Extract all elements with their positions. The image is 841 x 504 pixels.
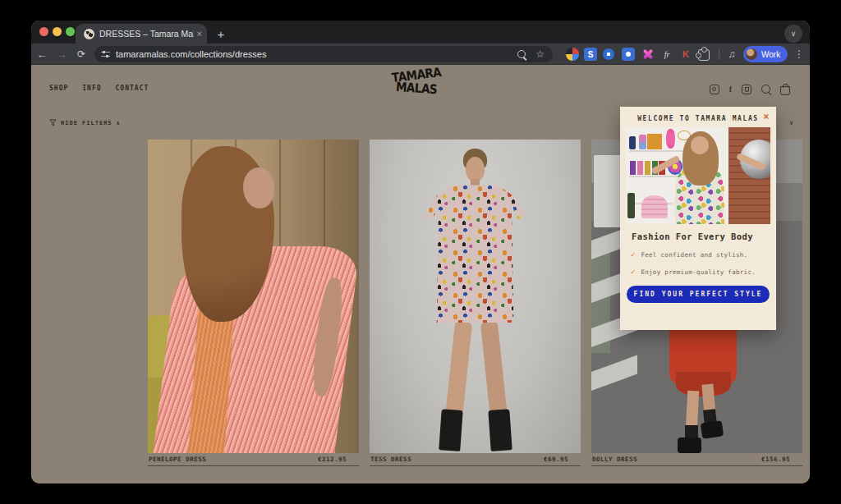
nav-info-link[interactable]: INFO: [82, 85, 101, 92]
benefit-item: ✓ Feel confident and stylish.: [631, 250, 776, 259]
back-button[interactable]: ←: [33, 44, 51, 65]
header-icons: f: [710, 83, 790, 95]
nav-shop-link[interactable]: SHOP: [49, 85, 68, 92]
product-name: DOLLY DRESS: [592, 456, 637, 463]
browser-toolbar: ← → ⟳ tamaramalas.com/collections/dresse…: [31, 44, 810, 65]
popup-photo: [626, 127, 770, 224]
tab-close-icon[interactable]: ×: [197, 30, 202, 39]
woman-face-shape: [691, 136, 709, 154]
popup-title: Fashion For Every Body: [632, 231, 776, 241]
popup-header-text: WELCOME TO TAMARA MALAS: [637, 115, 759, 122]
extension-blue-circle-icon[interactable]: [603, 48, 614, 60]
model-face-shape: [243, 167, 275, 208]
benefit-item: ✓ Enjoy premium-quality fabric.: [631, 268, 776, 276]
book-spine: [637, 161, 643, 175]
product-card-penelope[interactable]: PENELOPE DRESS €212.95: [148, 140, 359, 466]
product-caption: PENELOPE DRESS €212.95: [148, 456, 359, 466]
tab-strip: DRESSES – Tamara Malas × + ∨: [31, 21, 810, 44]
site-search-icon[interactable]: [761, 85, 770, 94]
welcome-popup: WELCOME TO TAMARA MALAS ×: [620, 107, 776, 330]
book-spine: [645, 161, 650, 175]
sort-chevron-down-icon[interactable]: ∨: [789, 119, 793, 126]
chevron-up-icon: ∧: [117, 120, 121, 126]
screenshot-canvas: DRESSES – Tamara Malas × + ∨ ← → ⟳ tamar…: [0, 0, 841, 504]
black-shoe-shape: [700, 420, 723, 438]
cart-bag-icon[interactable]: [780, 86, 790, 95]
reload-button[interactable]: ⟳: [72, 44, 90, 65]
extension-s-icon[interactable]: S: [584, 48, 597, 61]
product-caption: TESS DRESS €69.95: [370, 456, 581, 466]
extension-k-icon[interactable]: K: [679, 48, 692, 61]
black-shoe-shape: [678, 438, 701, 453]
site-info-icon[interactable]: [101, 50, 110, 58]
extension-x-icon[interactable]: [641, 48, 655, 61]
toolbar-separator: [719, 49, 719, 60]
floral-dress-shape: [425, 185, 526, 323]
media-controls-icon[interactable]: ♫: [725, 48, 738, 61]
tab-search-button[interactable]: ∨: [784, 25, 802, 43]
new-tab-button[interactable]: +: [212, 25, 230, 43]
filter-toggle-label: HIDE FILTERS: [61, 120, 113, 126]
site-nav: SHOP INFO CONTACT: [49, 85, 149, 92]
bookmark-star-icon[interactable]: ☆: [535, 49, 545, 59]
extensions-puzzle-icon[interactable]: [698, 49, 710, 61]
pink-pompom-shape: [666, 129, 675, 149]
tab-title: DRESSES – Tamara Malas: [99, 29, 194, 39]
popup-close-icon[interactable]: ×: [763, 111, 770, 122]
tab-favicon-icon: [84, 29, 94, 39]
browser-window: DRESSES – Tamara Malas × + ∨ ← → ⟳ tamar…: [31, 21, 810, 483]
site-logo[interactable]: TAMARA MALAS: [384, 68, 449, 94]
product-price: €69.95: [544, 456, 568, 463]
tiktok-icon[interactable]: [742, 85, 751, 94]
product-name: TESS DRESS: [370, 456, 411, 463]
product-price: €212.95: [318, 456, 347, 463]
url-text: tamaramalas.com/collections/dresses: [116, 49, 517, 59]
logo-line2: MALAS: [395, 80, 437, 96]
pink-cake-shape: [641, 195, 668, 218]
bottle-shape: [627, 193, 635, 218]
web-page: SHOP INFO CONTACT TAMARA MALAS f HIDE FI…: [31, 65, 810, 483]
forward-button[interactable]: →: [53, 44, 71, 65]
product-name: PENELOPE DRESS: [149, 456, 206, 463]
extension-camera-icon[interactable]: [622, 48, 635, 61]
profile-label: Work: [761, 50, 780, 59]
blue-bottle-shape: [629, 136, 636, 150]
nav-contact-link[interactable]: CONTACT: [116, 85, 149, 92]
instagram-icon[interactable]: [710, 85, 719, 94]
close-window-button[interactable]: [39, 27, 48, 36]
extension-colorwheel-icon[interactable]: [566, 48, 579, 61]
facebook-icon[interactable]: f: [729, 85, 732, 94]
check-icon: ✓: [631, 250, 635, 259]
funnel-icon: [49, 119, 57, 126]
browser-tab[interactable]: DRESSES – Tamara Malas ×: [76, 24, 207, 44]
extension-fr-icon[interactable]: fr: [660, 48, 673, 61]
benefit-text: Feel confident and stylish.: [641, 251, 747, 259]
profile-chip[interactable]: Work: [743, 46, 788, 62]
popup-header: WELCOME TO TAMARA MALAS ×: [620, 112, 776, 125]
benefit-text: Enjoy premium-quality fabric.: [641, 268, 756, 276]
check-icon: ✓: [631, 268, 635, 276]
zoom-window-button[interactable]: [66, 27, 75, 36]
black-boot-shape: [489, 409, 512, 451]
product-price: €156.95: [761, 456, 790, 463]
minimize-window-button[interactable]: [53, 27, 62, 36]
browser-menu-icon[interactable]: ⋮: [794, 48, 804, 60]
product-caption: DOLLY DRESS €156.95: [591, 456, 802, 466]
black-boot-shape: [439, 409, 462, 451]
address-bar[interactable]: tamaramalas.com/collections/dresses ☆: [94, 46, 553, 62]
product-photo[interactable]: [148, 140, 359, 453]
vase-shape: [639, 135, 646, 149]
product-card-tess[interactable]: TESS DRESS €69.95: [370, 140, 581, 466]
product-photo[interactable]: [370, 140, 581, 453]
find-style-button[interactable]: FIND YOUR PERFECT STYLE: [627, 286, 770, 303]
book-spine: [630, 161, 636, 175]
avatar: [746, 48, 757, 60]
filter-toggle[interactable]: HIDE FILTERS ∧: [49, 119, 121, 126]
orange-book-shape: [647, 134, 662, 149]
search-icon[interactable]: [517, 50, 526, 58]
